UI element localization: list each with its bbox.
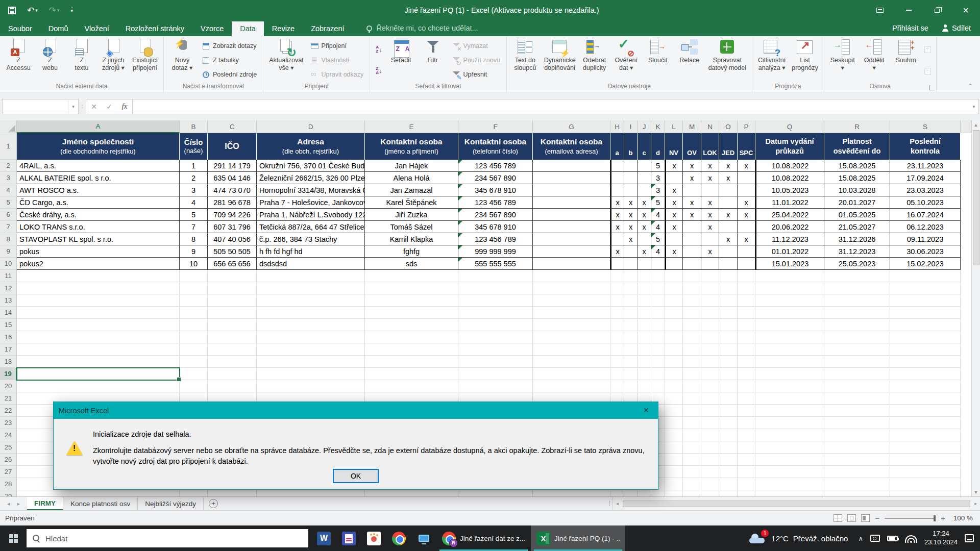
minimize-button[interactable] (894, 0, 923, 20)
taskbar-app-pc[interactable] (411, 525, 436, 551)
cell[interactable] (890, 282, 961, 294)
cell[interactable] (533, 270, 610, 282)
cell[interactable] (755, 454, 824, 466)
column-header-N[interactable]: N (701, 120, 719, 133)
cell[interactable] (651, 270, 665, 282)
cell[interactable] (701, 466, 719, 478)
cell[interactable] (755, 441, 824, 454)
cell[interactable] (890, 380, 961, 392)
cell[interactable]: x (719, 172, 738, 184)
cell[interactable] (890, 490, 961, 496)
header-cell-R[interactable]: Platnostosvědčení do (824, 133, 890, 160)
cell[interactable]: 15.08.2025 (824, 160, 890, 172)
upresnit-button[interactable]: Upřesnit (450, 69, 502, 80)
cell[interactable] (651, 294, 665, 307)
cell[interactable] (755, 368, 824, 380)
taskbar-app-word[interactable] (311, 525, 336, 551)
cell[interactable] (824, 307, 890, 319)
cell[interactable] (458, 270, 533, 282)
cell[interactable] (257, 282, 365, 294)
cell[interactable] (701, 392, 719, 405)
action-center-icon[interactable] (965, 534, 974, 542)
cell[interactable] (683, 368, 701, 380)
cell[interactable]: 234 567 890 (458, 209, 533, 221)
cell[interactable]: x (665, 245, 683, 258)
cell[interactable] (824, 429, 890, 441)
cell[interactable] (890, 454, 961, 466)
column-header-L[interactable]: L (665, 120, 683, 133)
cell[interactable]: x (701, 221, 719, 233)
cell[interactable] (180, 294, 208, 307)
cell[interactable] (665, 282, 683, 294)
cell[interactable] (719, 319, 738, 331)
cancel-entry-icon[interactable]: ✕ (86, 103, 102, 111)
cell[interactable] (610, 356, 624, 368)
cell[interactable] (824, 454, 890, 466)
cell[interactable] (638, 160, 651, 172)
cell[interactable] (365, 331, 458, 343)
cell[interactable]: 30.06.2023 (890, 245, 961, 258)
cell[interactable] (890, 331, 961, 343)
cell[interactable]: ČD Cargo, a.s. (17, 196, 180, 209)
tab-rozlozeni-stranky[interactable]: Rozložení stránky (117, 21, 192, 36)
zoom-out-icon[interactable]: − (875, 514, 879, 522)
cell[interactable] (824, 319, 890, 331)
row-header-3[interactable]: 3 (0, 172, 17, 184)
cell[interactable] (257, 343, 365, 356)
seradit-button[interactable]: Seřadit (386, 38, 416, 83)
seskupit-button[interactable]: Seskupit▾ (827, 38, 858, 83)
cell[interactable] (257, 380, 365, 392)
cell[interactable] (701, 270, 719, 282)
cell[interactable] (458, 282, 533, 294)
posledni-zdroje-button[interactable]: Poslední zdroje (200, 69, 259, 80)
cell[interactable]: x (638, 221, 651, 233)
cell[interactable]: 23.11.2023 (890, 160, 961, 172)
normal-view-icon[interactable] (834, 514, 842, 522)
cell[interactable]: 31.12.2023 (824, 245, 890, 258)
novy-dotaz-button[interactable]: Novýdotaz ▾ (167, 38, 198, 83)
cell[interactable]: x (624, 196, 638, 209)
cell[interactable]: x (665, 184, 683, 196)
formula-input[interactable]: ▾ (133, 99, 979, 114)
cell[interactable] (458, 307, 533, 319)
cell[interactable] (365, 270, 458, 282)
tray-expand-icon[interactable]: ∧ (858, 535, 863, 542)
cell[interactable] (755, 392, 824, 405)
cell[interactable]: x (624, 209, 638, 221)
cell[interactable] (610, 343, 624, 356)
row-header-21[interactable]: 21 (0, 392, 17, 405)
cell[interactable]: 709 94 226 (208, 209, 257, 221)
insert-function-icon[interactable]: fx (117, 102, 132, 111)
cell[interactable] (683, 441, 701, 454)
cell[interactable] (624, 356, 638, 368)
cell[interactable] (738, 245, 755, 258)
column-header-A[interactable]: A (17, 120, 180, 133)
cell[interactable]: Alena Holá (365, 172, 458, 184)
tab-zobrazeni[interactable]: Zobrazení (303, 21, 352, 36)
row-header-13[interactable]: 13 (0, 294, 17, 307)
cell[interactable]: x (610, 196, 624, 209)
sheet-tab-nejblizsi-vyjezdy[interactable]: Nejbližší výjezdy (138, 497, 204, 510)
cell[interactable] (180, 270, 208, 282)
cell[interactable] (208, 307, 257, 319)
cell[interactable] (624, 258, 638, 270)
cell[interactable]: pokus (17, 245, 180, 258)
cell[interactable]: 06.12.2023 (890, 221, 961, 233)
cell[interactable] (719, 184, 738, 196)
cell[interactable]: 5 (180, 209, 208, 221)
cell[interactable]: x (701, 160, 719, 172)
cell[interactable] (651, 319, 665, 331)
cell[interactable] (665, 356, 683, 368)
cell[interactable] (208, 343, 257, 356)
cell[interactable] (624, 294, 638, 307)
save-icon[interactable] (8, 7, 16, 14)
cell[interactable]: x (638, 245, 651, 258)
column-header-R[interactable]: R (824, 120, 890, 133)
cell[interactable] (755, 466, 824, 478)
cell[interactable] (180, 307, 208, 319)
cell[interactable] (533, 172, 610, 184)
cell[interactable] (651, 490, 665, 496)
cell[interactable] (610, 319, 624, 331)
column-header-J[interactable]: J (638, 120, 651, 133)
cell[interactable]: 11.12.2023 (755, 233, 824, 245)
